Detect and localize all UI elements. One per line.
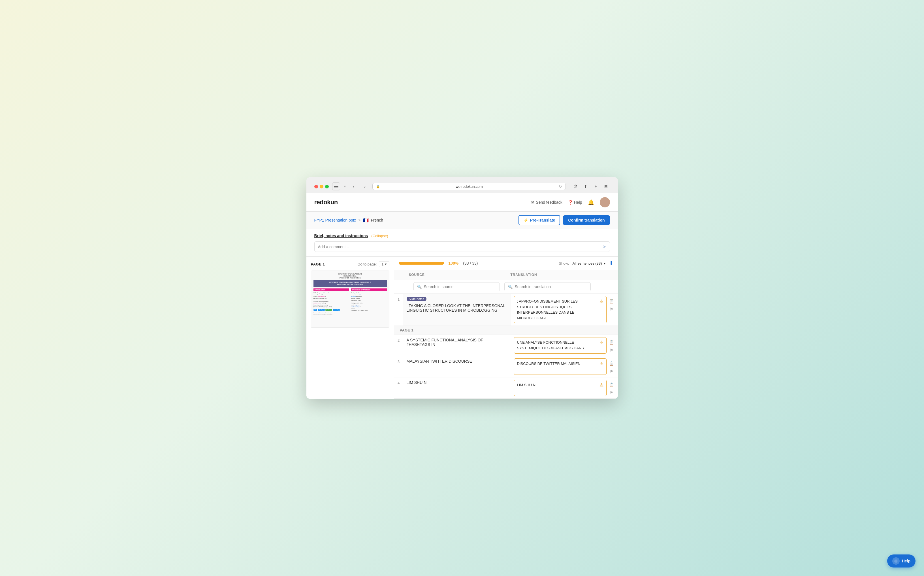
warning-icon: ⚠	[600, 361, 603, 366]
app-header: redokun ✉ Send feedback ❓ Help 🔔	[306, 193, 618, 212]
grid-button[interactable]: ⊞	[602, 182, 610, 190]
brief-section: Brief, notes and instructions (Collapse)…	[306, 229, 618, 257]
source-text: A SYSTEMIC FUNCTIONAL ANALYSIS OF #HASHT…	[407, 338, 508, 347]
avatar[interactable]	[600, 197, 610, 207]
send-icon[interactable]: ➤	[603, 244, 606, 249]
flag-action-button[interactable]: ⚑	[608, 306, 615, 312]
warning-icon: ⚠	[600, 340, 603, 345]
row-source: MALAYSIAN TWITTER DISCOURSE	[403, 356, 511, 377]
translation-input-box[interactable]: DISCOURS DE TWITTER MALAISIEN ⚠	[514, 358, 606, 375]
help-button[interactable]: ❓ Help	[568, 200, 582, 205]
translation-text: : APPROFONDISSEMENT SUR LES STRUCTURES L…	[517, 299, 598, 321]
translation-column-header: TRANSLATION	[511, 273, 612, 277]
flag-action-button[interactable]: ⚑	[608, 347, 615, 354]
comment-input-row: ➤	[314, 242, 610, 252]
table-row: 4 LIM SHU NI LIM SHU NI ⚠ 📋 ⚑	[394, 378, 618, 398]
url-text: we.redokun.com	[382, 184, 557, 189]
search-source-icon: 🔍	[417, 285, 422, 289]
page-label: PAGE 1	[311, 262, 325, 266]
lightning-icon: ⚡	[523, 218, 528, 222]
pretranslate-button[interactable]: ⚡ Pre-Translate	[519, 215, 560, 225]
translation-input-box[interactable]: : APPROFONDISSEMENT SUR LES STRUCTURES L…	[514, 296, 606, 323]
row-number: 1	[394, 294, 403, 326]
flag-action-button[interactable]: ⚑	[608, 368, 615, 375]
search-translation-input[interactable]	[515, 285, 587, 289]
translation-area: 100% (33 / 33) Show: All sentences (33) …	[394, 257, 618, 398]
chevron-down-icon: ▾	[385, 262, 387, 266]
progress-right: Show: All sentences (33) ▾ ⬇	[559, 260, 613, 266]
history-button[interactable]: ⏱	[571, 182, 579, 190]
row-source: LIM SHU NI	[403, 378, 511, 398]
app-logo: redokun	[314, 198, 338, 206]
source-text: MALAYSIAN TWITTER DISCOURSE	[407, 359, 508, 363]
row-translation: LIM SHU NI ⚠ 📋 ⚑	[511, 378, 618, 398]
show-select[interactable]: All sentences (33) ▾	[572, 261, 605, 266]
back-button[interactable]: ‹	[350, 182, 357, 190]
page-section-label: PAGE 1	[394, 326, 618, 335]
breadcrumb-bar: FYP1 Presentation.pptx > 🇫🇷 French ⚡ Pre…	[306, 212, 618, 229]
help-widget[interactable]: ⊕ Help	[887, 554, 916, 568]
translation-input-box[interactable]: UNE ANALYSE FONCTIONNELLE SYSTEMIQUE DES…	[514, 337, 606, 354]
copy-action-button[interactable]: 📋	[608, 360, 615, 367]
collapse-link[interactable]: (Collapse)	[371, 234, 388, 238]
url-bar[interactable]: 🔒 we.redokun.com ↻	[372, 183, 566, 190]
comment-input[interactable]	[318, 245, 603, 249]
close-button[interactable]	[314, 185, 318, 189]
minimize-button[interactable]	[320, 185, 323, 189]
help-widget-icon: ⊕	[892, 557, 900, 565]
breadcrumb-file[interactable]: FYP1 Presentation.pptx	[314, 218, 356, 222]
row-translation: UNE ANALYSE FONCTIONNELLE SYSTEMIQUE DES…	[511, 335, 618, 356]
row-actions: 📋 ⚑	[608, 337, 615, 354]
forward-button[interactable]: ›	[361, 182, 369, 190]
new-tab-button[interactable]: ＋	[592, 182, 600, 190]
copy-action-button[interactable]: 📋	[608, 381, 615, 388]
copy-action-button[interactable]: 📋	[608, 298, 615, 305]
refresh-icon[interactable]: ↻	[559, 184, 562, 189]
sidebar-toggle-button[interactable]	[332, 182, 340, 190]
bell-icon: 🔔	[588, 200, 594, 205]
translation-input-box[interactable]: LIM SHU NI ⚠	[514, 380, 606, 396]
progress-text: 100%	[448, 261, 459, 266]
flag-icon: 🇫🇷	[363, 218, 369, 223]
thumb-header-text: DEPARTMENT OF LANGUAGES ANDLINGUISTICS (…	[313, 273, 387, 279]
row-number: 4	[394, 378, 403, 398]
download-icon[interactable]: ⬇	[609, 260, 613, 266]
breadcrumb-language: French	[371, 218, 383, 222]
send-feedback-button[interactable]: ✉ Send feedback	[531, 200, 562, 205]
source-column-header: SOURCE	[409, 273, 511, 277]
row-actions: 📋 ⚑	[608, 380, 615, 396]
slide-notes-badge: Slide notes	[407, 297, 426, 301]
row-number: 3	[394, 356, 403, 377]
question-icon: ❓	[568, 200, 573, 205]
brief-title: Brief, notes and instructions	[314, 234, 368, 238]
table-row: 1 Slide notes : TAKING A CLOSER LOOK AT …	[394, 294, 618, 326]
notification-button[interactable]: 🔔	[588, 199, 594, 205]
thumb-title-box: A SYSTEMIC FUNCTIONAL ANALYSIS OF #HASHT…	[313, 280, 387, 287]
envelope-icon: ✉	[531, 200, 534, 205]
row-source: Slide notes : TAKING A CLOSER LOOK AT TH…	[403, 294, 511, 326]
breadcrumb-separator: >	[358, 218, 361, 222]
lifebuoy-icon: ⊕	[894, 559, 898, 563]
maximize-button[interactable]	[325, 185, 329, 189]
page-nav: PAGE 1 Go to page: 1 ▾	[311, 261, 389, 267]
search-translation-icon: 🔍	[508, 285, 512, 289]
flag-action-button[interactable]: ⚑	[608, 389, 615, 396]
chevron-down-icon: ▾	[604, 261, 606, 266]
confirm-translation-button[interactable]: Confirm translation	[563, 215, 610, 225]
progress-bar-container	[399, 262, 444, 265]
warning-icon: ⚠	[600, 382, 603, 387]
search-source-input[interactable]	[424, 285, 496, 289]
table-header-row: SOURCE TRANSLATION	[394, 270, 618, 280]
search-row: 🔍 🔍	[394, 280, 618, 294]
page-select[interactable]: 1 ▾	[379, 261, 389, 267]
row-actions: 📋 ⚑	[608, 296, 615, 323]
svg-rect-2	[334, 187, 338, 188]
goto-page: Go to page: 1 ▾	[357, 261, 389, 267]
svg-rect-0	[334, 185, 338, 185]
breadcrumb: FYP1 Presentation.pptx > 🇫🇷 French	[314, 218, 383, 223]
share-button[interactable]: ⬆	[582, 182, 590, 190]
search-source-container: 🔍	[413, 282, 500, 291]
show-label: Show:	[559, 261, 569, 266]
progress-bar-fill	[399, 262, 444, 265]
copy-action-button[interactable]: 📋	[608, 339, 615, 346]
